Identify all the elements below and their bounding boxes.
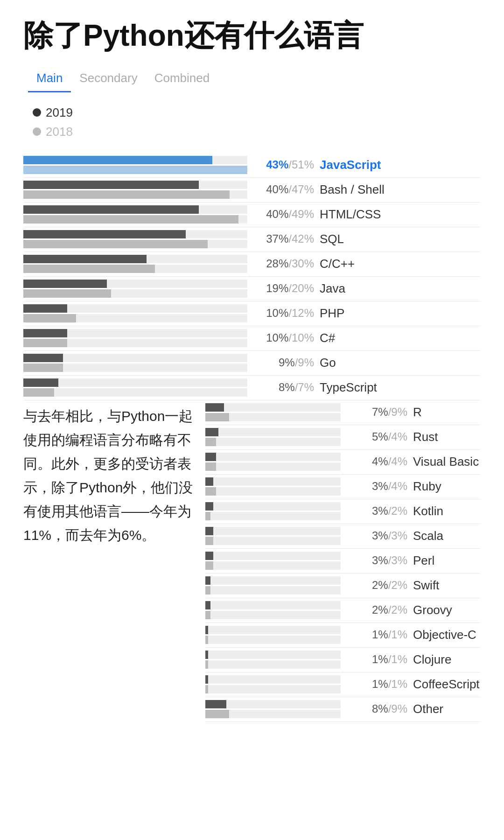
bar-track-2019 xyxy=(205,576,341,585)
pct-2019: 9% xyxy=(279,356,295,369)
bar-container xyxy=(23,376,247,399)
bar-fill-2018 xyxy=(23,190,230,199)
bar-row-wrapper: 8%/7%TypeScript xyxy=(23,376,481,400)
bar-fill-2019 xyxy=(23,304,67,313)
bar-fill-2018 xyxy=(23,388,54,397)
legend-2019: 2019 xyxy=(33,105,481,120)
bar-name: Clojure xyxy=(413,652,451,667)
bar-track-2019 xyxy=(205,601,341,609)
bar-labels: 8%/7% xyxy=(247,381,320,393)
bar-row-wrapper: 10%/12%PHP xyxy=(23,301,481,326)
bar-name: C/C++ xyxy=(320,257,355,271)
bar-track-2019 xyxy=(205,651,341,659)
chart-row: 19%/20%Java xyxy=(23,277,481,301)
pct-2019: 5% xyxy=(372,430,388,443)
pct-separator: / xyxy=(288,232,292,245)
bar-name: Objective-C xyxy=(413,628,476,642)
bar-name: Scala xyxy=(413,529,443,543)
bar-container xyxy=(205,672,341,696)
bar-row-wrapper: 40%/47%Bash / Shell xyxy=(23,178,481,203)
bar-track-2018 xyxy=(23,314,247,322)
bar-fill-2018 xyxy=(23,289,111,298)
bar-row-wrapper: 40%/49%HTML/CSS xyxy=(23,203,481,227)
pct-2018: 3% xyxy=(391,529,407,542)
bar-name: Visual Basic xyxy=(413,455,479,469)
bar-row-wrapper: 37%/42%SQL xyxy=(23,227,481,252)
bar-track-2018 xyxy=(205,462,341,471)
pct-2019: 4% xyxy=(372,455,388,468)
pct-2019: 19% xyxy=(266,282,288,294)
bar-track-2019 xyxy=(205,453,341,461)
bar-name: JavaScript xyxy=(320,158,381,172)
chart-row: 8%/9%Other xyxy=(205,697,481,721)
bar-row-wrapper: 3%/3%Scala xyxy=(205,524,481,549)
bar-row-wrapper: 3%/2%Kotlin xyxy=(205,499,481,524)
bar-track-2018 xyxy=(23,240,247,248)
bar-fill-2019 xyxy=(23,354,63,362)
bar-labels: 43%/51% xyxy=(247,159,320,171)
bar-fill-2019 xyxy=(205,477,213,486)
bar-container xyxy=(205,598,341,622)
bar-labels: 5%/4% xyxy=(341,431,413,443)
bar-labels: 2%/2% xyxy=(341,579,413,591)
bar-track-2018 xyxy=(205,710,341,718)
legend-label-2019: 2019 xyxy=(46,105,73,120)
bar-fill-2019 xyxy=(205,675,208,684)
bar-name: Swift xyxy=(413,578,439,593)
pct-2019: 3% xyxy=(372,554,388,567)
bar-name: Groovy xyxy=(413,603,452,617)
bar-labels: 1%/1% xyxy=(341,629,413,641)
chart-row: 3%/2%Kotlin xyxy=(205,499,481,524)
bar-container xyxy=(205,400,341,424)
bar-container xyxy=(23,277,247,301)
pct-2018: 47% xyxy=(292,183,314,196)
bar-track-2018 xyxy=(205,586,341,595)
bar-container xyxy=(23,153,247,177)
bar-labels: 19%/20% xyxy=(247,282,320,294)
pct-2019: 7% xyxy=(372,406,388,418)
pct-2018: 9% xyxy=(298,356,314,369)
pct-2018: 4% xyxy=(391,430,407,443)
bar-track-2019 xyxy=(205,626,341,634)
bar-fill-2019 xyxy=(23,156,212,164)
bar-container xyxy=(205,574,341,597)
tab-main[interactable]: Main xyxy=(28,67,71,92)
bar-container xyxy=(205,623,341,647)
chart-row: 40%/47%Bash / Shell xyxy=(23,178,481,202)
bar-track-2019 xyxy=(23,230,247,238)
bar-track-2018 xyxy=(205,438,341,446)
pct-2019: 1% xyxy=(372,678,388,690)
pct-separator: / xyxy=(288,331,292,344)
bar-fill-2018 xyxy=(205,487,216,496)
pct-2019: 8% xyxy=(279,381,295,393)
bar-track-2018 xyxy=(205,685,341,693)
bar-fill-2018 xyxy=(23,215,238,224)
pct-2019: 2% xyxy=(372,579,388,591)
chart-mid-section: 与去年相比，与Python一起使用的编程语言分布略有不同。此外，更多的受访者表示… xyxy=(23,400,481,722)
bar-row-wrapper: 7%/9%R xyxy=(205,400,481,425)
bar-row-wrapper: 2%/2%Swift xyxy=(205,574,481,598)
bar-fill-2018 xyxy=(205,710,229,718)
bar-track-2019 xyxy=(23,354,247,362)
bar-row-wrapper: 8%/9%Other xyxy=(205,697,481,722)
bar-container xyxy=(205,499,341,523)
bar-name: SQL xyxy=(320,232,344,246)
tab-secondary[interactable]: Secondary xyxy=(71,67,146,92)
bar-row-wrapper: 43%/51%JavaScript xyxy=(23,153,481,178)
bar-fill-2018 xyxy=(23,265,155,273)
bar-name: Java xyxy=(320,281,345,296)
chart-row: 10%/12%PHP xyxy=(23,301,481,326)
bar-fill-2018 xyxy=(23,339,67,347)
bar-row-wrapper: 1%/1%Clojure xyxy=(205,648,481,672)
tab-combined[interactable]: Combined xyxy=(146,67,218,92)
bar-track-2019 xyxy=(205,477,341,486)
pct-2019: 3% xyxy=(372,529,388,542)
chart-row: 3%/4%Ruby xyxy=(205,475,481,499)
legend-dot-2019 xyxy=(33,108,41,117)
bar-name: Perl xyxy=(413,553,434,568)
chart-row: 40%/49%HTML/CSS xyxy=(23,203,481,227)
bar-container xyxy=(23,326,247,350)
pct-2018: 12% xyxy=(292,307,314,319)
bar-fill-2019 xyxy=(205,552,213,560)
pct-separator: / xyxy=(288,208,292,220)
